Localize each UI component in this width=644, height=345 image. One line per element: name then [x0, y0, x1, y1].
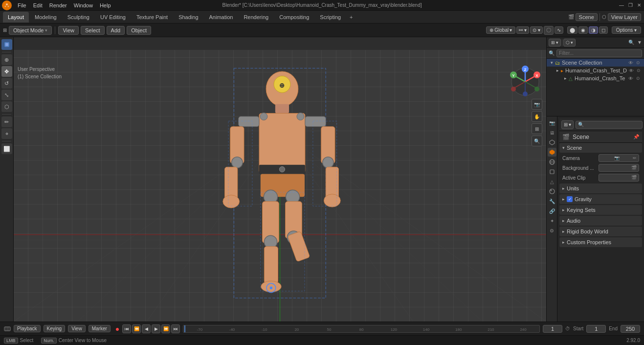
collection-visibility-icon[interactable]: 👁 [628, 60, 633, 66]
blender-logo[interactable] [2, 0, 12, 10]
jump-to-end-button[interactable]: ⏭ [171, 324, 180, 333]
keyframe-icon[interactable]: ⏱ [565, 326, 570, 331]
add-cube-button[interactable]: ⬜ [1, 143, 12, 154]
options-button[interactable]: Options ▾ [612, 26, 641, 34]
prop-tab-world[interactable] [548, 158, 556, 166]
quad-view-button[interactable]: ⊞ [532, 123, 542, 134]
timeline-scrubber[interactable]: -70 -40 -10 20 50 80 120 140 180 210 240 [183, 325, 540, 333]
object-visibility-icon[interactable]: 👁 [629, 68, 634, 73]
menu-file[interactable]: File [15, 2, 29, 9]
units-section-header[interactable]: ▸ Units [559, 184, 642, 193]
object-menu-button[interactable]: Object [127, 26, 151, 35]
viewport-shading-solid[interactable]: ⬤ [567, 26, 577, 34]
camera-picker-icon[interactable]: 📷 [614, 156, 620, 161]
filter-options-icon[interactable]: ▼ [637, 40, 642, 45]
scene-pin-icon[interactable]: 📌 [633, 134, 639, 139]
viewport-canvas[interactable]: ⊕ [14, 50, 546, 322]
playback-menu-button[interactable]: Playback [14, 325, 41, 332]
close-button[interactable]: ✕ [636, 2, 642, 8]
custom-props-header[interactable]: ▸ Custom Properties [559, 237, 642, 247]
viewport-shading-material[interactable]: ◉ [578, 26, 588, 34]
mesh-visibility-icon[interactable]: 👁 [628, 76, 633, 81]
properties-view-select[interactable]: ⊞ ▾ [561, 120, 574, 129]
annotate-tool-button[interactable]: ✏ [1, 116, 12, 127]
prop-tab-view-layer[interactable] [548, 138, 556, 147]
viewport-gizmo[interactable]: Z X Y [508, 65, 542, 99]
collection-restrict-icon[interactable]: ⊙ [636, 60, 640, 65]
rotate-tool-button[interactable]: ↺ [1, 78, 12, 89]
scene-subsection-header[interactable]: ▾ Scene [559, 143, 642, 153]
viewport-shading-rendered[interactable]: ◑ [589, 26, 598, 34]
prop-tab-particles[interactable]: ✦ [548, 216, 556, 225]
prop-tab-output[interactable]: 🖥 [548, 128, 556, 137]
camera-edit-icon[interactable]: ✏ [633, 156, 637, 161]
end-frame-display[interactable]: 250 [621, 325, 640, 333]
select-menu-button[interactable]: Select [81, 26, 105, 35]
marker-menu-button[interactable]: Marker [89, 325, 111, 332]
tab-rendering[interactable]: Rendering [239, 12, 273, 23]
jump-to-start-button[interactable]: ⏮ [122, 324, 131, 333]
outliner-search-input[interactable] [556, 49, 642, 57]
current-frame-display[interactable]: 1 [543, 325, 562, 333]
display-mode-button[interactable]: ⬡ ▾ [563, 39, 576, 46]
tab-animation[interactable]: Animation [204, 12, 238, 23]
menu-render[interactable]: Render [46, 2, 70, 9]
play-back-button[interactable]: ◀ [142, 324, 151, 333]
view-menu-button[interactable]: View [58, 26, 79, 35]
pan-view-button[interactable]: ✋ [532, 111, 542, 122]
move-tool-button[interactable]: ✥ [1, 66, 12, 77]
gizmo-button[interactable]: ∿ [555, 26, 563, 34]
mode-icon[interactable] [1, 39, 12, 50]
audio-section-header[interactable]: ▸ Audio [559, 216, 642, 226]
active-clip-icon[interactable]: 🎬 [631, 175, 637, 180]
tab-sculpting[interactable]: Sculpting [63, 12, 94, 23]
prop-tab-object-data[interactable]: △ [548, 177, 556, 186]
transform-tool-button[interactable]: ⬡ [1, 101, 12, 112]
cursor-tool-button[interactable]: ⊕ [1, 54, 12, 65]
snap-button[interactable]: ⚯ ▾ [516, 26, 529, 34]
keying-sets-header[interactable]: ▸ Keying Sets [559, 205, 642, 215]
view-type-button[interactable]: ⊞ ▾ [549, 39, 561, 46]
prop-tab-scene[interactable] [548, 148, 556, 157]
camera-value[interactable]: 📷 ✏ [599, 154, 639, 162]
scene-selector[interactable]: Scene [576, 13, 598, 21]
play-forward-button[interactable]: ▶ [152, 324, 160, 333]
mesh-restrict-icon[interactable]: ⊙ [636, 76, 640, 81]
tab-texture-paint[interactable]: Texture Paint [132, 12, 173, 23]
view-menu-button[interactable]: View [68, 325, 86, 332]
object-mode-button[interactable]: Object Mode ▾ [9, 26, 52, 35]
viewport-shading-wireframe[interactable]: ◻ [599, 26, 608, 34]
maximize-button[interactable]: ❐ [627, 2, 633, 8]
gravity-checkbox[interactable]: ✓ [567, 196, 573, 202]
prop-tab-render[interactable]: 📷 [548, 118, 556, 127]
tab-scripting[interactable]: Scripting [315, 12, 346, 23]
outliner-humanoid-object[interactable]: ▸ ▸ Humanoid_Crash_Test_D 👁 ⊙ [547, 67, 644, 74]
rigid-body-header[interactable]: ▸ Rigid Body World [559, 227, 642, 236]
menu-edit[interactable]: Edit [30, 2, 45, 9]
prop-tab-modifier[interactable]: 🔧 [548, 197, 556, 206]
viewlayer-selector[interactable]: View Layer [608, 13, 641, 21]
tab-uv-editing[interactable]: UV Editing [95, 12, 131, 23]
proportional-editing-button[interactable]: ⊙ ▾ [530, 26, 543, 34]
keying-menu-button[interactable]: Keying [44, 325, 66, 332]
camera-view-button[interactable]: 📷 [532, 99, 542, 110]
properties-search-input[interactable] [576, 121, 643, 129]
tab-modeling[interactable]: Modeling [30, 12, 62, 23]
background-value[interactable]: 🎬 [599, 164, 639, 172]
gravity-section-header[interactable]: ▸ ✓ Gravity [559, 194, 642, 204]
prop-tab-object[interactable] [548, 167, 556, 176]
measure-tool-button[interactable]: ⌖ [1, 128, 12, 139]
transform-orientation-button[interactable]: ⊕ Global ▾ [486, 26, 515, 34]
menu-help[interactable]: Help [97, 2, 114, 9]
filter-search-icon[interactable]: 🔍 [628, 40, 634, 45]
prop-tab-physics[interactable]: ⚙ [548, 226, 556, 235]
zoom-in-button[interactable]: 🔍 [532, 136, 542, 146]
minimize-button[interactable]: — [619, 2, 624, 8]
viewport-3d[interactable]: ⊕ [14, 37, 546, 322]
record-button[interactable]: ● [115, 325, 119, 333]
overlay-button[interactable]: 〇 [544, 26, 554, 35]
prop-tab-constraints[interactable]: 🔗 [548, 207, 556, 215]
tab-shading[interactable]: Shading [174, 12, 203, 23]
start-frame-display[interactable]: 1 [586, 325, 606, 333]
step-back-button[interactable]: ⏪ [132, 324, 141, 333]
